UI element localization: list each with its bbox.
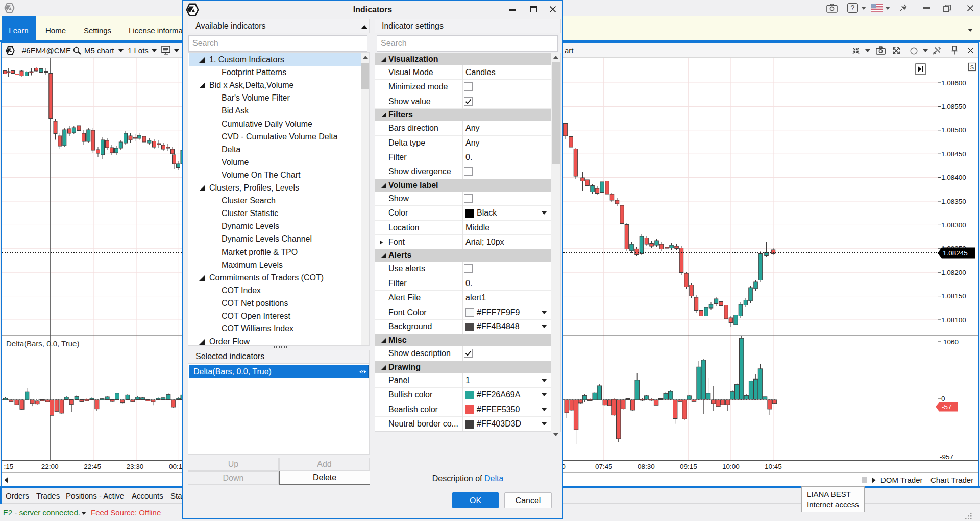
svg-text:-57: -57 (942, 403, 952, 411)
svg-text::15: :15 (4, 463, 14, 470)
svg-text:1060: 1060 (943, 338, 959, 346)
svg-text:23:30: 23:30 (127, 463, 144, 470)
svg-text:1.08150: 1.08150 (941, 292, 966, 300)
svg-text:1.08245: 1.08245 (943, 249, 968, 257)
svg-text:S: S (970, 64, 974, 70)
svg-text:22:00: 22:00 (41, 463, 59, 470)
svg-text:07:45: 07:45 (595, 463, 612, 470)
svg-text:1.08350: 1.08350 (941, 198, 966, 205)
svg-text:1.08300: 1.08300 (941, 221, 966, 229)
svg-text:22:45: 22:45 (84, 463, 101, 470)
svg-text:1.08450: 1.08450 (941, 150, 966, 158)
svg-text:DOM Trader: DOM Trader (880, 476, 923, 484)
svg-text:10:00: 10:00 (722, 463, 740, 470)
svg-text:09:15: 09:15 (680, 463, 697, 470)
svg-text:1.08400: 1.08400 (941, 174, 966, 181)
svg-text:10:45: 10:45 (765, 463, 782, 470)
svg-text:0: 0 (941, 395, 945, 402)
svg-text:1.08500: 1.08500 (941, 126, 966, 134)
svg-text:-957: -957 (940, 453, 953, 461)
svg-text:1.08550: 1.08550 (941, 103, 966, 110)
svg-text:08:30: 08:30 (638, 463, 655, 470)
svg-text:Chart Trader: Chart Trader (930, 476, 973, 484)
svg-text:1.08600: 1.08600 (941, 79, 966, 87)
svg-text:1.08200: 1.08200 (941, 269, 966, 276)
svg-text:1.08100: 1.08100 (941, 316, 966, 324)
svg-text:Delta(Bars, 0.0, True): Delta(Bars, 0.0, True) (6, 339, 79, 348)
